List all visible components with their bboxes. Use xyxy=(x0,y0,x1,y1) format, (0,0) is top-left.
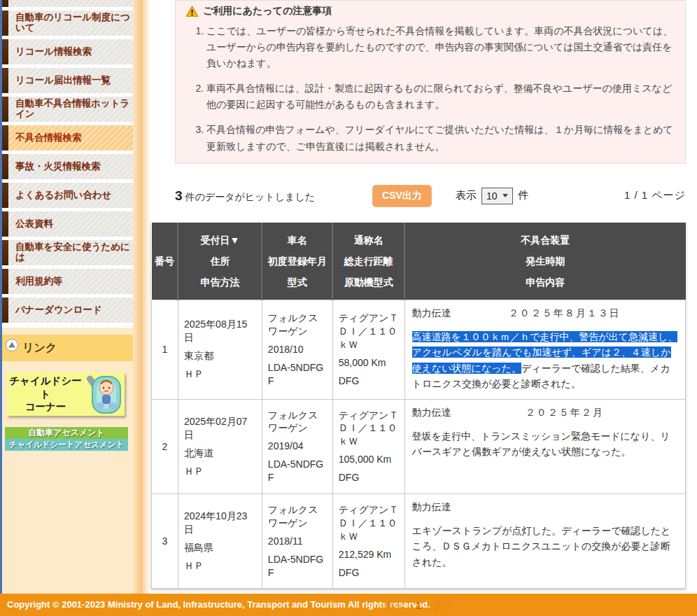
sidebar-item-published-materials[interactable]: 公表資料 xyxy=(2,211,133,237)
results-bar: 3 件のデータがヒットしました CSV出力 表示 10 件 1 / 1 ページ xyxy=(175,185,686,207)
cell-carname-reg-model: フォルクスワーゲン 2019/04 LDA-5NDFGF xyxy=(262,399,332,493)
sidebar-item-label: リコール情報検索 xyxy=(8,47,92,57)
child-seat-banner-text: チャイルドシート コーナー xyxy=(7,374,84,414)
sidebar-item-label: よくあるお問い合わせ xyxy=(8,190,112,201)
sidebar-item-defect-search-active[interactable]: 不具合情報検索 xyxy=(2,125,133,150)
display-count-select[interactable]: 10 xyxy=(481,188,514,204)
menu-item-bar xyxy=(2,154,8,179)
cell-number: 1 xyxy=(152,300,178,399)
menu-item-bar xyxy=(2,97,8,122)
link-section-label: リンク xyxy=(22,341,57,356)
display-count-value: 10 xyxy=(486,190,498,202)
defect-description: 登坂を走行中、トランスミッション緊急モードになり、リバースギアと偶数ギアが使えな… xyxy=(412,428,678,460)
display-label: 表示 xyxy=(456,189,477,202)
display-suffix: 件 xyxy=(518,189,528,202)
pagination: 前へ 1 次へ xyxy=(151,599,686,612)
cell-defect-detail: 動力伝達 ２０２５年８月１３日 高速道路を１００ｋｍ／ｈで走行中、警告が出て急減… xyxy=(404,300,685,399)
sidebar-item-recall-system[interactable]: 自動車のリコール制度について xyxy=(2,10,133,36)
table-row: 2 2025年02月07日 北海道 ＨＰ フォルクスワーゲン 2019/04 L… xyxy=(152,399,686,493)
header-nickname-mileage-engine: 通称名 総走行距離 原動機型式 xyxy=(332,223,404,300)
page: トップページ 自動車のリコール制度について リコール情報検索 リコール届出情報一… xyxy=(0,0,697,594)
table-row: 1 2025年08月15日 東京都 ＨＰ フォルクスワーゲン 2018/10 L… xyxy=(152,300,686,399)
menu-item-bar xyxy=(2,298,8,323)
results-table: 番号 受付日▼ 住所 申告方法 車名 初度登録年月 型式 通称名 総走行距離 xyxy=(151,223,686,589)
menu-item-bar xyxy=(2,211,8,237)
assessment-banner[interactable]: 自動車アセスメント チャイルドシートアセスメント xyxy=(0,427,133,451)
cell-defect-detail: 動力伝達 エキゾーストランプが点灯した。ディーラーで確認したところ、ＤＳＧメカト… xyxy=(404,493,685,588)
sidebar-menu: トップページ 自動車のリコール制度について リコール情報検索 リコール届出情報一… xyxy=(0,0,133,328)
menu-item-bar xyxy=(2,0,8,7)
cell-defect-detail: 動力伝達 ２０２５年２月 登坂を走行中、トランスミッション緊急モードになり、リバ… xyxy=(404,399,685,493)
sidebar-item-label: 不具合情報検索 xyxy=(8,133,82,144)
menu-item-bar xyxy=(2,68,8,93)
csv-export-button[interactable]: CSV出力 xyxy=(372,185,432,207)
defect-period xyxy=(451,501,678,514)
cell-number: 2 xyxy=(152,399,178,493)
notice-list: ここでは、ユーザーの皆様から寄せられた不具合情報を掲載しています。車両の不具合状… xyxy=(185,23,675,155)
sidebar-item-accident-fire-search[interactable]: 事故・火災情報検索 xyxy=(2,154,133,179)
defect-device: 動力伝達 xyxy=(412,501,451,514)
warning-icon xyxy=(185,6,199,18)
sidebar-item-label: 公表資料 xyxy=(8,219,53,230)
left-edge-strip xyxy=(0,0,2,594)
cell-number: 3 xyxy=(152,493,178,588)
menu-item-bar xyxy=(2,10,8,36)
cell-carname-reg-model: フォルクスワーゲン 2018/11 LDA-5NDFGF xyxy=(262,493,332,588)
sidebar-item-defect-hotline[interactable]: 自動車不具合情報ホットライン xyxy=(2,97,133,122)
sidebar-item-banner-download[interactable]: バナーダウンロード xyxy=(2,298,133,323)
menu-item-bar xyxy=(2,269,8,294)
header-sort-date[interactable]: 受付日▼ xyxy=(180,230,260,251)
sidebar-item-label: 自動車不具合情報ホットライン xyxy=(8,99,133,120)
defect-period: ２０２５年２月 xyxy=(451,407,678,419)
hit-count-text: 件のデータがヒットしました xyxy=(185,191,315,202)
pagination-next[interactable]: 次へ xyxy=(432,600,453,611)
sidebar-item-label: バナーダウンロード xyxy=(8,305,102,316)
sidebar-item-faq[interactable]: よくあるお問い合わせ xyxy=(2,183,133,208)
sidebar-item-recall-list[interactable]: リコール届出情報一覧 xyxy=(2,68,133,93)
menu-item-bar xyxy=(2,39,8,64)
notice-item: 車両不具合情報には、設計・製造に起因するものに限られておらず、整備不良やユーザー… xyxy=(206,80,675,113)
defect-device: 動力伝達 xyxy=(412,407,451,419)
table-row: 3 2024年10月23日 福島県 ＨＰ フォルクスワーゲン 2018/11 L… xyxy=(152,493,686,588)
cell-date-address-method: 2024年10月23日 福島県 ＨＰ xyxy=(178,493,262,588)
sidebar-item-safe-use[interactable]: 自動車を安全に使うためには xyxy=(2,240,133,265)
hit-count: 3 件のデータがヒットしました xyxy=(175,188,315,204)
cell-nickname-mileage-engine: ティグアンＴＤＩ／１１０ｋＷ 105,000 Km DFG xyxy=(332,399,404,493)
notice-title: ご利用にあたっての注意事項 xyxy=(185,5,675,18)
cell-nickname-mileage-engine: ティグアンＴＤＩ／１１０ｋＷ 58,000 Km DFG xyxy=(332,300,404,399)
chevron-down-icon xyxy=(502,194,508,197)
menu-item-bar xyxy=(2,183,8,208)
assessment-banner-line2: チャイルドシートアセスメント xyxy=(5,439,128,451)
page-indicator: 1 / 1 ページ xyxy=(624,189,686,202)
sidebar-item-label: 自動車のリコール制度について xyxy=(8,13,133,34)
pagination-current-page: 1 xyxy=(416,599,421,611)
cell-nickname-mileage-engine: ティグアンＴＤＩ／１１０ｋＷ 212,529 Km DFG xyxy=(332,493,404,588)
menu-item-bar xyxy=(2,240,8,265)
child-seat-banner[interactable]: チャイルドシート コーナー xyxy=(7,372,125,416)
header-device-period-content: 不具合装置 発生時期 申告内容 xyxy=(404,223,685,300)
hit-count-number: 3 xyxy=(175,188,183,203)
table-header-row: 番号 受付日▼ 住所 申告方法 車名 初度登録年月 型式 通称名 総走行距離 xyxy=(152,223,686,300)
cell-carname-reg-model: フォルクスワーゲン 2018/10 LDA-5NDFGF xyxy=(262,300,332,399)
sidebar-item-recall-search[interactable]: リコール情報検索 xyxy=(2,39,133,64)
notice-box: ご利用にあたっての注意事項 ここでは、ユーザーの皆様から寄せられた不具合情報を掲… xyxy=(175,0,686,164)
defect-description: 高速道路を１００ｋｍ／ｈで走行中、警告が出て急減速し、アクセルペダルを踏んでも加… xyxy=(412,329,678,392)
sidebar: トップページ 自動車のリコール制度について リコール情報検索 リコール届出情報一… xyxy=(0,0,133,594)
defect-period: ２０２５年８月１３日 xyxy=(451,307,678,320)
defect-device: 動力伝達 xyxy=(412,307,451,320)
display-count-control: 表示 10 件 xyxy=(456,188,529,204)
link-section-header: リンク xyxy=(0,335,133,361)
header-date-address-method: 受付日▼ 住所 申告方法 xyxy=(178,223,262,300)
sidebar-item-label: 事故・火災情報検索 xyxy=(8,162,101,172)
sidebar-gradient-divider xyxy=(133,0,151,594)
cell-date-address-method: 2025年02月07日 北海道 ＨＰ xyxy=(178,399,262,493)
defect-description: エキゾーストランプが点灯した。ディーラーで確認したところ、ＤＳＧメカトロニクスユ… xyxy=(412,523,678,570)
sidebar-item-top-page[interactable]: トップページ xyxy=(2,0,133,7)
menu-item-bar xyxy=(2,125,8,150)
triangle-up-icon xyxy=(6,339,18,351)
main-content: ご利用にあたっての注意事項 ここでは、ユーザーの皆様から寄せられた不具合情報を掲… xyxy=(151,0,697,594)
header-carname-reg-model: 車名 初度登録年月 型式 xyxy=(262,223,332,300)
pagination-prev[interactable]: 前へ xyxy=(383,600,404,611)
sidebar-item-terms[interactable]: 利用規約等 xyxy=(2,269,133,294)
sidebar-item-label: 自動車を安全に使うためには xyxy=(8,242,133,263)
